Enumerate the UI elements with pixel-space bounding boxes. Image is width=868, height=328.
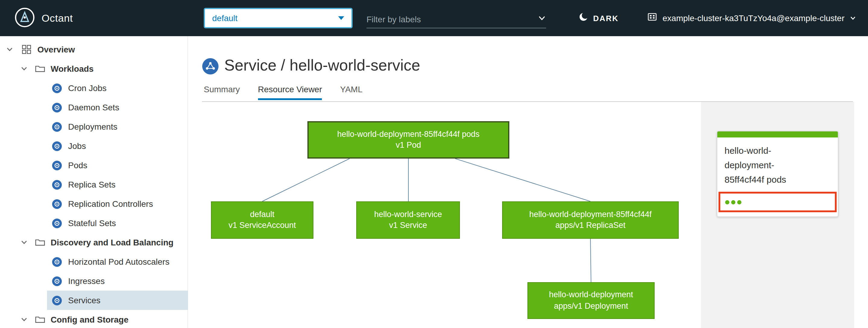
sidebar-item-horizontal-pod-autoscalers[interactable]: Horizontal Pod Autoscalers (47, 252, 188, 271)
sidebar-group-workloads[interactable]: Workloads (0, 59, 187, 79)
brand[interactable]: Octant (14, 7, 73, 30)
sidebar-item-label: Jobs (68, 141, 86, 151)
jobs-icon (52, 141, 62, 151)
tab-summary[interactable]: Summary (204, 84, 240, 100)
sidebar-item-label: Deployments (68, 122, 117, 131)
chevron-down-icon (850, 13, 856, 24)
services-icon (52, 295, 62, 305)
cluster-icon (647, 12, 657, 24)
sidebar-item-label: Workloads (51, 64, 94, 73)
tab-resource-viewer[interactable]: Resource Viewer (258, 84, 322, 100)
sidebar-item-daemon-sets[interactable]: Daemon Sets (47, 98, 188, 117)
folder-icon (35, 238, 45, 247)
sidebar-group-config-and-storage[interactable]: Config and Storage (0, 310, 187, 328)
horizontal-pod-autoscalers-icon (52, 257, 62, 267)
cron-jobs-icon (52, 83, 62, 93)
sidebar-item-label: Services (68, 295, 100, 305)
sidebar-item-overview[interactable]: Overview (0, 40, 187, 59)
sidebar-item-label: Pods (68, 160, 87, 170)
sidebar-item-label: Config and Storage (51, 315, 128, 324)
node-kind: v1 Service (389, 220, 427, 231)
resource-detail-panel: hello-world-deployment-85ff4cf44f pods (701, 102, 854, 328)
node-name: hello-world-deployment (549, 290, 633, 301)
card-title: hello-world-deployment-85ff4cf44f pods (717, 138, 838, 192)
context-label: example-cluster-ka3TuTzYo4a@example-clus… (662, 13, 844, 23)
chevron-down-icon[interactable] (6, 46, 13, 53)
sidebar-item-label: Stateful Sets (68, 218, 116, 228)
sidebar-item-replica-sets[interactable]: Replica Sets (47, 175, 188, 194)
sidebar-item-deployments[interactable]: Deployments (47, 117, 188, 136)
node-kind: apps/v1 Deployment (554, 301, 628, 311)
node-name: default (250, 209, 274, 220)
node-kind: v1 Pod (396, 140, 421, 151)
octant-app: Octant default DARK (0, 0, 868, 328)
sidebar-item-jobs[interactable]: Jobs (47, 136, 188, 155)
pod-status-dot (737, 200, 741, 204)
tab-bar: Summary Resource Viewer YAML (204, 84, 363, 100)
node-name: hello-world-deployment-85ff4cf44f (529, 209, 652, 220)
dropdown-caret-icon (338, 16, 344, 20)
node-name: hello-world-deployment-85ff4cf44f pods (337, 129, 479, 140)
sidebar-group-discovery-and-load-balancing[interactable]: Discovery and Load Balancing (0, 233, 187, 252)
graph-node-deployment[interactable]: hello-world-deployment apps/v1 Deploymen… (527, 282, 655, 319)
graph-node-service[interactable]: hello-world-service v1 Service (356, 201, 460, 239)
card-status-bar (717, 131, 838, 138)
namespace-dropdown[interactable]: default (204, 8, 352, 28)
replication-controllers-icon (52, 199, 62, 209)
folder-icon (35, 64, 45, 73)
sidebar-item-ingresses[interactable]: Ingresses (47, 271, 188, 291)
graph-node-serviceaccount[interactable]: default v1 ServiceAccount (211, 201, 313, 239)
overview-icon (22, 44, 31, 54)
label-filter (367, 10, 546, 28)
node-kind: apps/v1 ReplicaSet (555, 220, 626, 231)
sidebar-item-label: Horizontal Pod Autoscalers (68, 257, 169, 267)
header-bar: Octant default DARK (0, 0, 868, 36)
sidebar-item-label: Replica Sets (68, 180, 116, 189)
moon-icon (579, 12, 588, 24)
chevron-down-icon[interactable] (21, 239, 28, 246)
sidebar-item-stateful-sets[interactable]: Stateful Sets (47, 213, 188, 233)
node-name: hello-world-service (374, 209, 442, 220)
graph-node-pod[interactable]: hello-world-deployment-85ff4cf44f pods v… (307, 121, 509, 158)
graph-node-replicaset[interactable]: hello-world-deployment-85ff4cf44f apps/v… (502, 201, 679, 239)
sidebar-nav: Overview Workloads Cron Jobs Daemon Sets (0, 36, 188, 328)
sidebar-item-cron-jobs[interactable]: Cron Jobs (47, 79, 188, 98)
pod-status-dot (731, 200, 735, 204)
pod-status-dot (725, 200, 730, 204)
sidebar-item-services[interactable]: Services (47, 291, 188, 310)
replica-sets-icon (52, 179, 62, 190)
pods-icon (52, 160, 62, 170)
chevron-down-icon[interactable] (21, 65, 28, 72)
page-title: Service / hello-world-service (224, 56, 420, 75)
pod-group-card[interactable]: hello-world-deployment-85ff4cf44f pods (717, 131, 838, 217)
app-title: Octant (41, 13, 73, 25)
sidebar-item-pods[interactable]: Pods (47, 155, 188, 175)
theme-toggle[interactable]: DARK (579, 0, 619, 36)
octant-logo (14, 7, 35, 30)
ingresses-icon (52, 276, 62, 286)
chevron-down-icon[interactable] (538, 13, 546, 24)
daemon-sets-icon (52, 102, 62, 113)
sidebar-item-replication-controllers[interactable]: Replication Controllers (47, 194, 188, 213)
service-icon (202, 58, 219, 77)
chevron-down-icon[interactable] (21, 316, 28, 323)
sidebar-item-label: Ingresses (68, 276, 104, 286)
pod-status-row[interactable] (718, 192, 837, 212)
sidebar-item-label: Replication Controllers (68, 199, 153, 209)
sidebar-item-label: Discovery and Load Balancing (51, 238, 174, 247)
node-kind: v1 ServiceAccount (228, 220, 296, 231)
theme-label: DARK (593, 13, 619, 23)
sidebar-item-label: Cron Jobs (68, 83, 107, 93)
sidebar-item-label: Overview (37, 44, 75, 54)
folder-icon (35, 315, 45, 324)
tab-yaml[interactable]: YAML (340, 84, 363, 100)
sidebar-item-label: Daemon Sets (68, 102, 119, 112)
namespace-value: default (212, 13, 238, 23)
stateful-sets-icon (52, 218, 62, 228)
deployments-icon (52, 121, 62, 132)
label-filter-input[interactable] (367, 14, 523, 24)
context-selector[interactable]: example-cluster-ka3TuTzYo4a@example-clus… (647, 0, 856, 36)
